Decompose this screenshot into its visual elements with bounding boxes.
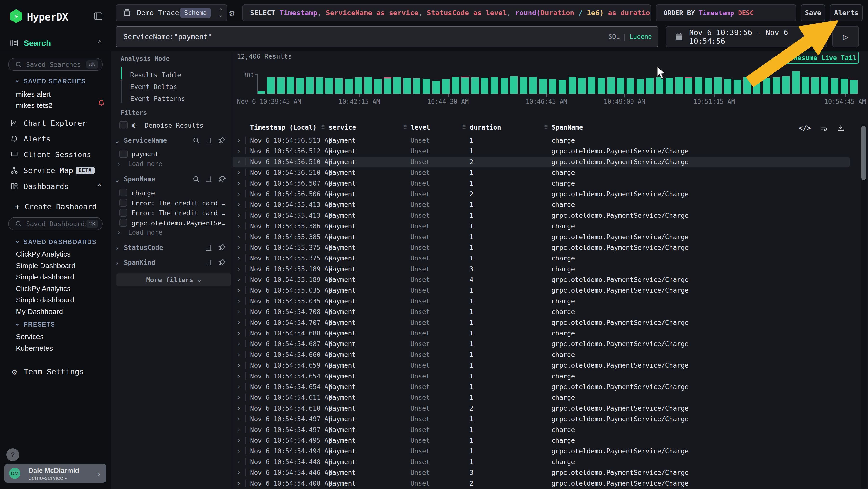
expand-chevron-icon[interactable]: › — [237, 308, 241, 315]
expand-chevron-icon[interactable]: › — [237, 437, 241, 444]
expand-chevron-icon[interactable]: › — [237, 190, 241, 197]
value-checkbox[interactable] — [119, 150, 128, 158]
table-row[interactable]: › Nov 6 10:54:55.375 AM payment Unset 1 … — [233, 253, 860, 264]
table-row[interactable]: › Nov 6 10:54:54.687 AM payment Unset 1 … — [233, 339, 860, 349]
saved-dashboard-item[interactable]: My Dashboard — [0, 306, 111, 318]
search-query-input[interactable]: ServiceName:"payment" SQL|Lucene — [116, 26, 658, 47]
expand-chevron-icon[interactable]: › — [237, 319, 241, 326]
table-row[interactable]: › Nov 6 10:54:55.386 AM payment Unset 1 … — [233, 221, 860, 231]
table-row[interactable]: › Nov 6 10:54:56.512 AM payment Unset 1 … — [233, 146, 860, 156]
saved-search-item[interactable]: mikes alert — [0, 89, 111, 100]
more-filters-button[interactable]: More filters⌄ — [117, 274, 231, 286]
drag-handle-icon[interactable]: ⠿ — [544, 124, 548, 131]
table-row[interactable]: › Nov 6 10:54:54.660 AM payment Unset 1 … — [233, 349, 860, 360]
denoise-checkbox[interactable] — [119, 121, 128, 130]
help-button[interactable]: ? — [6, 449, 19, 461]
chevron-up-icon[interactable]: ⌃ — [97, 182, 102, 191]
table-row[interactable]: › Nov 6 10:54:55.413 AM payment Unset 1 … — [233, 199, 860, 210]
expand-chevron-icon[interactable]: › — [237, 469, 241, 476]
table-row[interactable]: › Nov 6 10:54:54.497 AM payment Unset 1 … — [233, 425, 860, 435]
alerts-button[interactable]: Alerts — [830, 4, 863, 21]
value-checkbox[interactable] — [119, 189, 127, 197]
table-row[interactable]: › Nov 6 10:54:55.385 AM payment Unset 1 … — [233, 232, 860, 242]
value-checkbox[interactable] — [119, 209, 127, 217]
saved-dashboard-item[interactable]: ClickPy Analytics — [0, 249, 111, 260]
expand-chevron-icon[interactable]: › — [237, 287, 241, 294]
table-row[interactable]: › Nov 6 10:54:56.510 AM payment Unset 1 … — [233, 167, 860, 178]
table-row[interactable]: › Nov 6 10:54:54.688 AM payment Unset 1 … — [233, 328, 860, 339]
table-row[interactable]: › Nov 6 10:54:54.707 AM payment Unset 1 … — [233, 317, 860, 328]
table-row[interactable]: › Nov 6 10:54:54.408 AM payment Unset 2 … — [233, 478, 860, 489]
table-row[interactable]: › Nov 6 10:54:54.494 AM payment Unset 1 … — [233, 446, 860, 456]
filter-chart-icon[interactable] — [206, 244, 213, 252]
table-row[interactable]: › Nov 6 10:54:54.654 AM payment Unset 1 … — [233, 371, 860, 382]
expand-chevron-icon[interactable]: › — [237, 458, 241, 465]
chevron-right-icon[interactable]: › — [115, 244, 119, 252]
saved-dashboards-section[interactable]: ⌄ SAVED DASHBOARDS — [24, 238, 96, 246]
preset-item[interactable]: Kubernetes — [0, 343, 111, 354]
chevron-up-icon[interactable]: ⌃ — [97, 39, 102, 47]
saved-dashboard-item[interactable]: Simple dashboard — [0, 271, 111, 283]
table-row[interactable]: › Nov 6 10:54:54.448 AM payment Unset 1 … — [233, 457, 860, 467]
table-scrollbar-thumb[interactable] — [862, 126, 866, 180]
date-range-picker[interactable]: Nov 6 10:39:56 - Nov 6 10:54:56 — [666, 26, 828, 47]
analysis-mode-option[interactable]: Results Table — [130, 69, 185, 81]
expand-chevron-icon[interactable]: › — [237, 201, 241, 208]
expand-chevron-icon[interactable]: › — [237, 265, 241, 272]
drag-handle-icon[interactable]: ⠿ — [321, 124, 325, 131]
table-row[interactable]: › Nov 6 10:54:56.506 AM payment Unset 2 … — [233, 189, 860, 199]
sidebar-item-client-sessions[interactable]: Client Sessions — [0, 148, 111, 161]
sql-select-input[interactable]: SELECT Timestamp, ServiceName as service… — [242, 4, 651, 21]
analysis-mode-option[interactable]: Event Deltas — [130, 81, 185, 93]
table-row[interactable]: › Nov 6 10:54:54.654 AM payment Unset 1 … — [233, 382, 860, 392]
filter-group-spankind[interactable]: › SpanKind — [115, 259, 228, 268]
filter-group-servicename[interactable]: ⌄ ServiceName — [115, 137, 228, 146]
expand-chevron-icon[interactable]: › — [237, 179, 241, 187]
expand-chevron-icon[interactable]: › — [237, 212, 241, 219]
saved-search-item[interactable]: mikes tets2 — [0, 100, 111, 111]
saved-dashboards-input[interactable]: Saved Dashboards ⌘K — [8, 217, 103, 230]
expand-chevron-icon[interactable]: › — [237, 394, 241, 401]
analysis-mode-option[interactable]: Event Patterns — [130, 93, 185, 105]
load-more-spanname[interactable]: › Load more — [117, 229, 162, 236]
pin-icon[interactable] — [218, 244, 226, 252]
collapse-sidebar-icon[interactable] — [93, 11, 103, 21]
run-query-button[interactable]: ▷ — [832, 26, 859, 47]
chevron-down-icon[interactable]: ⌄ — [115, 137, 119, 144]
expand-chevron-icon[interactable]: › — [237, 329, 241, 337]
table-row[interactable]: › Nov 6 10:54:54.708 AM payment Unset 1 … — [233, 307, 860, 317]
saved-dashboard-item[interactable]: Simple Dashboard — [0, 260, 111, 272]
presets-section[interactable]: ⌄ PRESETS — [24, 321, 55, 328]
sidebar-item-dashboards[interactable]: Dashboards ⌃ — [0, 179, 111, 193]
expand-chevron-icon[interactable]: › — [237, 383, 241, 390]
drag-handle-icon[interactable]: ⠿ — [462, 124, 466, 131]
expand-chevron-icon[interactable]: › — [237, 405, 241, 412]
expand-chevron-icon[interactable]: › — [237, 276, 241, 283]
saved-dashboard-item[interactable]: Simple dashboard — [0, 294, 111, 306]
code-view-icon[interactable]: </> — [799, 124, 811, 132]
source-selector[interactable]: Demo Traces Schema ⌃⌄ — [116, 4, 227, 21]
table-row[interactable]: › Nov 6 10:54:54.611 AM payment Unset 1 … — [233, 392, 860, 403]
wrap-lines-icon[interactable] — [820, 124, 828, 132]
chevron-down-icon[interactable]: ⌄ — [115, 176, 119, 183]
resume-live-tail-button[interactable]: ⚡ Resume Live Tail — [784, 52, 859, 64]
sidebar-item-alerts[interactable]: Alerts — [0, 132, 111, 146]
table-row[interactable]: › Nov 6 10:54:55.035 AM payment Unset 1 … — [233, 285, 860, 296]
table-row[interactable]: › Nov 6 10:54:54.659 AM payment Unset 1 … — [233, 360, 860, 371]
table-row[interactable]: › Nov 6 10:54:54.610 AM payment Unset 2 … — [233, 403, 860, 414]
expand-chevron-icon[interactable]: › — [237, 233, 241, 240]
value-checkbox[interactable] — [119, 219, 127, 227]
sidebar-item-service-map[interactable]: Service Map BETA — [0, 164, 111, 177]
sidebar-item-search[interactable]: Search ⌃ — [0, 36, 111, 50]
column-header-level[interactable]: ⠿level — [403, 123, 430, 131]
drag-handle-icon[interactable]: ⠿ — [403, 124, 407, 131]
pin-icon[interactable] — [218, 137, 226, 144]
expand-chevron-icon[interactable]: › — [237, 340, 241, 347]
filter-chart-icon[interactable] — [206, 137, 213, 144]
source-settings-gear-icon[interactable]: ⚙ — [229, 8, 239, 18]
filter-search-icon[interactable] — [192, 175, 200, 183]
expand-chevron-icon[interactable]: › — [237, 169, 241, 176]
table-row[interactable]: › Nov 6 10:54:56.513 AM payment Unset 1 … — [233, 135, 860, 146]
language-toggle[interactable]: SQL|Lucene — [608, 33, 652, 40]
expand-chevron-icon[interactable]: › — [237, 372, 241, 380]
